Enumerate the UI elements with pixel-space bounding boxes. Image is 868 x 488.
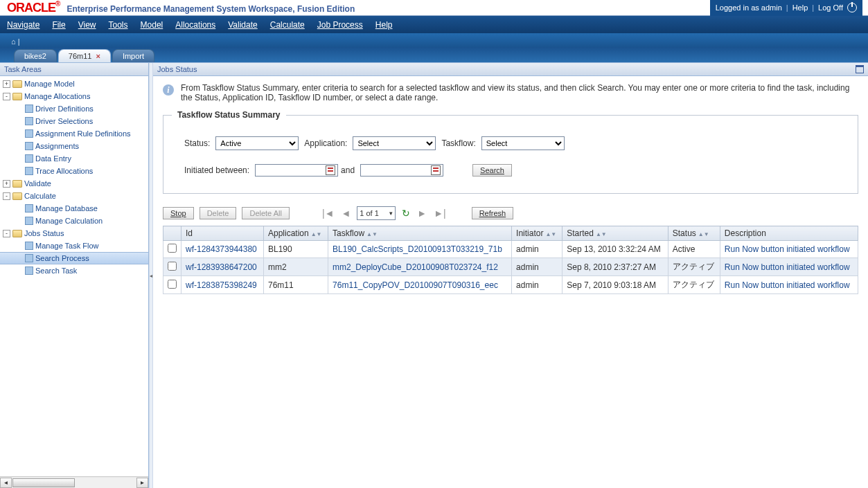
- expander-icon[interactable]: -: [3, 93, 10, 100]
- search-button[interactable]: Search: [472, 164, 512, 177]
- scroll-left-button[interactable]: ◄: [0, 478, 12, 488]
- page-select[interactable]: 1 of 1: [357, 206, 396, 220]
- scroll-right-button[interactable]: ►: [136, 478, 148, 488]
- expander-icon[interactable]: +: [3, 80, 10, 88]
- tree-label: Manage Calculation: [35, 217, 103, 225]
- tree-node-manage-allocations[interactable]: -Manage Allocations: [0, 90, 148, 102]
- first-page-icon[interactable]: |◄: [321, 208, 335, 219]
- task-tree[interactable]: +Manage Model-Manage AllocationsDriver D…: [0, 76, 148, 476]
- menu-allocations[interactable]: Allocations: [175, 20, 215, 30]
- tree-label: Data Entry: [35, 154, 71, 163]
- menu-file[interactable]: File: [52, 20, 65, 30]
- row-checkbox[interactable]: [168, 262, 177, 271]
- table-cell: mm2: [263, 258, 328, 276]
- menu-view[interactable]: View: [78, 20, 96, 30]
- status-select[interactable]: Active: [215, 136, 299, 150]
- tree-node-validate[interactable]: +Validate: [0, 177, 148, 190]
- menu-job-process[interactable]: Job Process: [317, 20, 363, 30]
- row-checkbox[interactable]: [168, 244, 177, 253]
- close-icon[interactable]: ×: [96, 52, 100, 60]
- tab-label: 76m11: [69, 52, 92, 60]
- tree-leaf-search-task[interactable]: Search Task: [0, 264, 148, 277]
- tree-node-calculate[interactable]: -Calculate: [0, 190, 148, 202]
- tree-leaf-driver-definitions[interactable]: Driver Definitions: [0, 102, 148, 115]
- tree-leaf-assignments[interactable]: Assignments: [0, 140, 148, 152]
- stop-button[interactable]: Stop: [163, 207, 194, 219]
- table-cell: 76m11: [263, 276, 328, 294]
- table-cell[interactable]: [163, 258, 181, 276]
- menu-help[interactable]: Help: [375, 20, 393, 30]
- table-cell: アクティブ: [668, 258, 720, 276]
- info-row: i From Taskflow Status Summary, enter cr…: [163, 83, 858, 102]
- tab-76m11[interactable]: 76m11 ×: [58, 49, 111, 62]
- filter-fieldset: Taskflow Status Summary Status: Active A…: [163, 115, 858, 194]
- tree-node-manage-model[interactable]: +Manage Model: [0, 78, 148, 90]
- menu-model[interactable]: Model: [141, 20, 163, 30]
- prev-page-icon[interactable]: ◄: [340, 208, 351, 219]
- row-checkbox[interactable]: [168, 280, 177, 289]
- sidebar-scrollbar[interactable]: ◄ ►: [0, 476, 148, 488]
- scroll-thumb[interactable]: [12, 478, 75, 487]
- fieldset-legend: Taskflow Status Summary: [172, 110, 286, 120]
- table-cell[interactable]: [163, 241, 181, 258]
- menu-navigate[interactable]: Navigate: [7, 20, 39, 30]
- tree-label: Manage Database: [35, 204, 98, 213]
- tree-leaf-driver-selections[interactable]: Driver Selections: [0, 115, 148, 127]
- refresh-icon[interactable]: ↻: [401, 208, 411, 219]
- table-row[interactable]: wf-1284373944380BL190BL190_CalcScripts_D…: [163, 241, 858, 258]
- table-cell: 76m11_CopyPOV_D20100907T090316_eec: [328, 276, 512, 294]
- col-application[interactable]: Application▲▼: [263, 226, 328, 241]
- application-select[interactable]: Select: [353, 136, 436, 150]
- top-banner: ORACLE® Enterprise Performance Managemen…: [0, 0, 868, 16]
- tree-leaf-manage-database[interactable]: Manage Database: [0, 202, 148, 215]
- calendar-icon[interactable]: [326, 165, 335, 175]
- table-header-row: Id Application▲▼ Taskflow▲▼ Initiator▲▼ …: [163, 226, 858, 241]
- table-row[interactable]: wf-1283938647200mm2mm2_DeployCube_D20100…: [163, 258, 858, 276]
- home-icon[interactable]: ⌂ |: [11, 37, 20, 46]
- last-page-icon[interactable]: ►|: [433, 208, 447, 219]
- menu-tools[interactable]: Tools: [109, 20, 128, 30]
- filter-row-1: Status: Active Application: Select Taskf…: [184, 136, 837, 150]
- tree-leaf-assignment-rule-definitions[interactable]: Assignment Rule Definitions: [0, 127, 148, 140]
- col-check[interactable]: [163, 226, 181, 241]
- tab-bikes2[interactable]: bikes2: [14, 49, 57, 62]
- delete-all-button[interactable]: Delete All: [242, 207, 289, 219]
- delete-button[interactable]: Delete: [200, 207, 237, 219]
- menu-validate[interactable]: Validate: [228, 20, 257, 30]
- col-id[interactable]: Id: [181, 226, 264, 241]
- help-link[interactable]: Help: [792, 3, 808, 12]
- tree-label: Trace Allocations: [35, 167, 93, 175]
- col-started[interactable]: Started▲▼: [563, 226, 668, 241]
- tree-leaf-data-entry[interactable]: Data Entry: [0, 152, 148, 165]
- table-row[interactable]: wf-128387539824976m1176m11_CopyPOV_D2010…: [163, 276, 858, 294]
- refresh-button[interactable]: Refresh: [472, 207, 514, 219]
- calendar-icon[interactable]: [431, 165, 441, 175]
- taskflow-select[interactable]: Select: [481, 136, 565, 150]
- tree-leaf-manage-task-flow[interactable]: Manage Task Flow: [0, 240, 148, 252]
- tab-import[interactable]: Import: [112, 49, 154, 62]
- expander-icon[interactable]: -: [3, 192, 10, 200]
- main: Task Areas +Manage Model-Manage Allocati…: [0, 62, 868, 488]
- tree-leaf-manage-calculation[interactable]: Manage Calculation: [0, 215, 148, 227]
- next-page-icon[interactable]: ►: [416, 208, 427, 219]
- tab-strip: bikes2 76m11 × Import: [0, 47, 868, 62]
- initiated-label: Initiated between:: [184, 165, 249, 175]
- menu-calculate[interactable]: Calculate: [270, 20, 305, 30]
- col-taskflow[interactable]: Taskflow▲▼: [328, 226, 512, 241]
- logoff-link[interactable]: Log Off: [818, 3, 843, 12]
- leaf-icon: [25, 167, 33, 175]
- expander-icon[interactable]: +: [3, 180, 10, 188]
- leaf-icon: [25, 254, 33, 262]
- expander-icon[interactable]: -: [3, 230, 10, 237]
- col-description[interactable]: Description: [720, 226, 858, 241]
- tree-node-jobs-status[interactable]: -Jobs Status: [0, 227, 148, 240]
- col-initiator[interactable]: Initiator▲▼: [512, 226, 563, 241]
- info-icon: i: [163, 84, 174, 96]
- maximize-icon[interactable]: [856, 65, 864, 73]
- table-cell[interactable]: [163, 276, 181, 294]
- power-icon[interactable]: [847, 3, 857, 12]
- col-status[interactable]: Status▲▼: [668, 226, 720, 241]
- table-cell: wf-1283938647200: [181, 258, 264, 276]
- tree-leaf-search-process[interactable]: Search Process: [0, 252, 148, 264]
- tree-leaf-trace-allocations[interactable]: Trace Allocations: [0, 165, 148, 177]
